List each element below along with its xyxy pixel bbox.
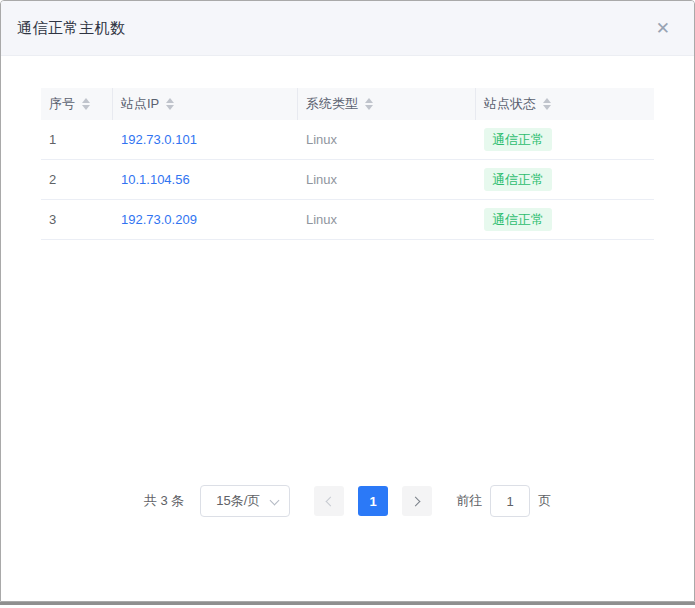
row-index: 2 <box>41 172 113 187</box>
chevron-down-icon <box>270 496 280 506</box>
row-index: 3 <box>41 212 113 227</box>
site-ip-link[interactable]: 10.1.104.56 <box>113 172 298 187</box>
prev-page-button[interactable] <box>314 486 344 516</box>
status-badge: 通信正常 <box>484 208 552 232</box>
column-header-status: 站点状态 <box>476 88 654 120</box>
table-row: 1 192.73.0.101 Linux 通信正常 <box>41 120 654 160</box>
table-row: 2 10.1.104.56 Linux 通信正常 <box>41 160 654 200</box>
table-row: 3 192.73.0.209 Linux 通信正常 <box>41 200 654 240</box>
row-index: 1 <box>41 132 113 147</box>
dialog-header: 通信正常主机数 ✕ <box>1 1 694 56</box>
sort-carets-icon[interactable] <box>82 98 90 110</box>
system-type: Linux <box>298 212 476 227</box>
site-status-cell: 通信正常 <box>476 208 654 232</box>
goto-label: 前往 <box>456 492 482 510</box>
page-size-value: 15条/页 <box>216 492 260 510</box>
site-status-cell: 通信正常 <box>476 128 654 152</box>
close-icon[interactable]: ✕ <box>652 16 674 41</box>
column-header-os: 系统类型 <box>298 88 476 120</box>
column-header-label: 系统类型 <box>306 95 358 113</box>
hosts-table: 序号 站点IP 系统类型 站点状态 1 192.73.0.101 Linux 通… <box>41 88 654 240</box>
status-badge: 通信正常 <box>484 168 552 192</box>
page-number-button[interactable]: 1 <box>358 486 388 516</box>
column-header-label: 站点IP <box>121 95 159 113</box>
site-ip-link[interactable]: 192.73.0.101 <box>113 132 298 147</box>
dialog-title: 通信正常主机数 <box>17 19 126 38</box>
column-header-ip: 站点IP <box>113 88 298 120</box>
goto-suffix-label: 页 <box>538 492 551 510</box>
window-bottom-edge <box>0 602 695 605</box>
goto-page-input[interactable] <box>490 485 530 517</box>
sort-carets-icon[interactable] <box>166 98 174 110</box>
sort-carets-icon[interactable] <box>543 98 551 110</box>
status-badge: 通信正常 <box>484 128 552 152</box>
column-header-label: 序号 <box>49 95 75 113</box>
system-type: Linux <box>298 172 476 187</box>
total-count-label: 共 3 条 <box>144 492 184 510</box>
chevron-right-icon <box>411 496 421 506</box>
column-header-label: 站点状态 <box>484 95 536 113</box>
system-type: Linux <box>298 132 476 147</box>
chevron-left-icon <box>326 496 336 506</box>
site-status-cell: 通信正常 <box>476 168 654 192</box>
column-header-index: 序号 <box>41 88 113 120</box>
table-header-row: 序号 站点IP 系统类型 站点状态 <box>41 88 654 120</box>
page-size-select[interactable]: 15条/页 <box>200 485 290 517</box>
pagination: 共 3 条 15条/页 1 前往 页 <box>1 485 694 517</box>
dialog: 通信正常主机数 ✕ 序号 站点IP 系统类型 站点状态 1 192.73. <box>0 0 695 602</box>
sort-carets-icon[interactable] <box>365 98 373 110</box>
site-ip-link[interactable]: 192.73.0.209 <box>113 212 298 227</box>
next-page-button[interactable] <box>402 486 432 516</box>
